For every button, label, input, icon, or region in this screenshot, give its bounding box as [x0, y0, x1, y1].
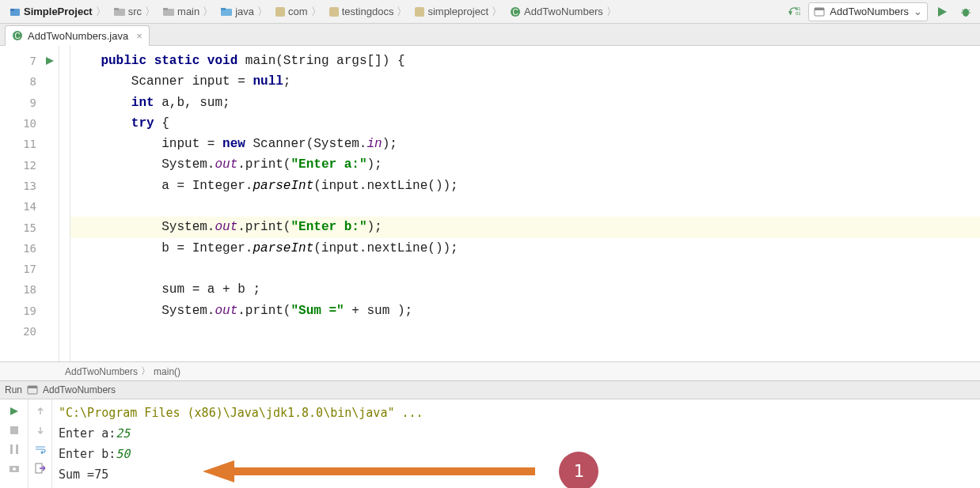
annotation-callout: 1 [203, 452, 598, 488]
toolbar-right: 0101 AddTwoNumbers ⌄ [784, 2, 975, 21]
scroll-down-button[interactable] [32, 422, 49, 439]
svg-text:01: 01 [796, 11, 800, 16]
folder-icon [114, 7, 125, 17]
breadcrumb-label: AddTwoNumbers [524, 6, 603, 17]
svg-rect-8 [275, 7, 285, 17]
package-icon [415, 7, 424, 17]
run-button[interactable] [933, 2, 952, 21]
line-number: 10 [0, 113, 59, 134]
top-toolbar: SimpleProject 〉 src 〉 main 〉 java 〉 com … [0, 0, 980, 24]
arrow-line [234, 467, 535, 475]
line-number: 14 [0, 196, 59, 217]
application-icon [814, 6, 825, 17]
code-crumb-class: AddTwoNumbers [65, 366, 138, 377]
line-number: 8 [0, 71, 59, 92]
close-icon[interactable]: × [136, 30, 142, 42]
breadcrumb-item-testingdocs[interactable]: testingdocs 〉 [325, 3, 411, 21]
run-gutter-primary [0, 399, 28, 488]
folder-icon [163, 7, 174, 17]
code-area[interactable]: public static void main(String args[]) {… [70, 46, 980, 361]
arrow-up-icon [36, 407, 45, 416]
soft-wrap-button[interactable] [32, 441, 49, 458]
svg-rect-28 [10, 426, 18, 434]
console-row: Enter a:25 [59, 423, 974, 444]
svg-rect-26 [28, 386, 37, 388]
sync-button[interactable]: 0101 [784, 2, 803, 21]
arrow-down-icon [36, 426, 45, 435]
editor-tabs: C AddTwoNumbers.java × [0, 24, 980, 46]
chevron-right-icon: 〉 [311, 5, 321, 19]
pause-icon [10, 444, 18, 454]
breadcrumb-label: SimpleProject [24, 6, 93, 17]
run-tool-header[interactable]: Run AddTwoNumbers [0, 380, 980, 399]
line-number: 7 [0, 51, 59, 71]
play-icon [936, 6, 948, 17]
svg-rect-5 [163, 8, 168, 10]
breadcrumb-item-src[interactable]: src 〉 [109, 3, 158, 21]
line-number: 13 [0, 176, 59, 196]
pause-button[interactable] [6, 441, 23, 458]
console-output[interactable]: "C:\Program Files (x86)\Java\jdk1.8.0\bi… [52, 399, 980, 488]
chevron-right-icon: 〉 [141, 365, 150, 378]
scroll-up-button[interactable] [32, 403, 49, 420]
svg-line-20 [962, 9, 963, 11]
breadcrumb-item-simpleproject[interactable]: simpleproject 〉 [410, 3, 505, 21]
breadcrumb-label: simpleproject [427, 6, 488, 17]
line-number: 17 [0, 259, 59, 279]
svg-text:C: C [512, 8, 518, 17]
exit-button[interactable] [32, 460, 49, 477]
stop-icon [10, 426, 18, 434]
chevron-right-icon: 〉 [203, 5, 213, 19]
code-crumb-method: main() [154, 366, 180, 377]
chevron-right-icon: 〉 [606, 5, 617, 19]
source-folder-icon [221, 7, 232, 17]
breadcrumb-item-main[interactable]: main 〉 [158, 3, 216, 21]
line-number: 18 [0, 279, 59, 300]
console-cmd-line: "C:\Program Files (x86)\Java\jdk1.8.0\bi… [59, 403, 974, 423]
line-number: 9 [0, 93, 59, 113]
rerun-button[interactable] [6, 403, 23, 420]
breadcrumb-label: main [177, 6, 199, 17]
package-icon [275, 7, 285, 17]
breadcrumb-label: com [288, 6, 308, 17]
fold-column [59, 46, 70, 361]
chevron-right-icon: 〉 [96, 5, 106, 19]
debug-button[interactable] [956, 2, 975, 21]
chevron-right-icon: 〉 [145, 5, 155, 19]
code-structure-crumb[interactable]: AddTwoNumbers 〉 main() [0, 361, 980, 380]
svg-line-21 [968, 9, 970, 11]
play-icon [9, 407, 19, 416]
bug-icon [959, 6, 972, 18]
package-icon [329, 7, 339, 17]
wrap-icon [35, 444, 46, 454]
arrow-left-icon [203, 460, 234, 482]
svg-rect-10 [415, 7, 424, 17]
annotation-badge: 1 [559, 452, 598, 488]
camera-icon [9, 463, 20, 473]
line-gutter: 7 8 9 10 11 12 13 14 15 16 17 18 19 20 [0, 46, 59, 361]
svg-rect-3 [114, 8, 119, 10]
breadcrumb-item-java[interactable]: java 〉 [216, 3, 271, 21]
file-tab-addtwonumbers[interactable]: C AddTwoNumbers.java × [5, 25, 150, 46]
run-gutter-icon[interactable] [46, 57, 54, 65]
svg-rect-1 [10, 9, 14, 11]
dump-button[interactable] [6, 460, 23, 477]
breadcrumb-item-class[interactable]: C AddTwoNumbers 〉 [505, 3, 620, 21]
breadcrumb-label: src [128, 6, 142, 17]
line-number: 20 [0, 321, 59, 342]
line-number: 12 [0, 154, 59, 175]
line-number: 16 [0, 238, 59, 259]
svg-text:C: C [14, 32, 20, 40]
line-number: 19 [0, 301, 59, 321]
breadcrumb-item-com[interactable]: com 〉 [271, 3, 325, 21]
run-config-dropdown[interactable]: AddTwoNumbers ⌄ [808, 2, 928, 21]
svg-rect-16 [815, 8, 824, 10]
application-icon [27, 384, 38, 395]
run-gutter-secondary [28, 399, 52, 488]
chevron-right-icon: 〉 [257, 5, 268, 19]
code-editor[interactable]: 7 8 9 10 11 12 13 14 15 16 17 18 19 20 p… [0, 46, 980, 361]
breadcrumb-item-project[interactable]: SimpleProject 〉 [5, 3, 109, 21]
stop-button[interactable] [6, 422, 23, 439]
breadcrumb-label: java [235, 6, 254, 17]
exit-icon [35, 463, 46, 474]
